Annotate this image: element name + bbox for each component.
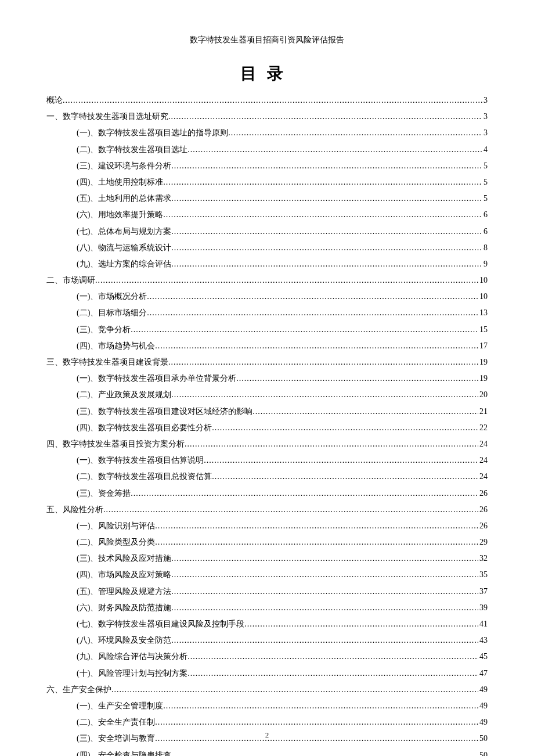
toc-leader-dots [236,372,478,385]
toc-entry[interactable]: 三、数字特技发生器项目建设背景19 [46,356,488,369]
toc-entry[interactable]: (三)、技术风险及应对措施32 [46,552,488,565]
toc-entry-page: 19 [478,372,488,385]
toc-entry[interactable]: (七)、数字特技发生器项目建设风险及控制手段41 [46,618,488,631]
toc-leader-dots [171,225,482,238]
toc-entry-label: 二、市场调研 [46,274,95,287]
toc-leader-dots [147,290,478,303]
toc-entry[interactable]: (一)、数字特技发生器项目估算说明24 [46,454,488,467]
toc-entry[interactable]: (四)、市场趋势与机会17 [46,340,488,352]
toc-leader-dots [228,127,482,139]
toc-leader-dots [204,454,478,467]
toc-entry[interactable]: (八)、环境风险及安全防范43 [46,634,488,647]
toc-leader-dots [171,634,478,647]
toc-entry[interactable]: (六)、财务风险及防范措施39 [46,602,488,614]
toc-entry-page: 15 [478,323,488,336]
toc-entry[interactable]: (一)、数字特技发生器项目承办单位背景分析19 [46,372,488,385]
toc-entry-label: (六)、财务风险及防范措施 [77,602,171,614]
toc-entry[interactable]: (三)、资金筹措26 [46,487,488,500]
toc-leader-dots [111,683,478,696]
toc-leader-dots [171,258,482,271]
document-header: 数字特技发生器项目招商引资风险评估报告 [46,35,488,45]
toc-entry-label: (四)、安全检查与隐患排查 [77,749,171,757]
toc-entry-label: 三、数字特技发生器项目建设背景 [46,356,168,369]
toc-entry-page: 41 [478,618,488,631]
toc-entry-label: (四)、市场风险及应对策略 [77,568,171,581]
toc-leader-dots [171,160,482,172]
toc-entry-label: (二)、数字特技发生器项目总投资估算 [77,470,212,483]
toc-entry-label: 六、生产安全保护 [46,683,111,696]
toc-entry[interactable]: (二)、数字特技发生器项目总投资估算24 [46,470,488,483]
toc-entry[interactable]: 四、数字特技发生器项目投资方案分析24 [46,438,488,451]
toc-entry[interactable]: (四)、土地使用控制标准5 [46,176,488,189]
toc-entry[interactable]: (九)、选址方案的综合评估9 [46,258,488,271]
toc-entry[interactable]: (四)、数字特技发生器项目必要性分析22 [46,422,488,434]
toc-entry-page: 49 [478,683,488,696]
toc-leader-dots [171,192,482,205]
toc-entry[interactable]: 概论3 [46,94,488,107]
toc-entry[interactable]: (十)、风险管理计划与控制方案47 [46,667,488,680]
toc-entry[interactable]: 六、生产安全保护49 [46,683,488,696]
toc-entry-page: 13 [478,307,488,319]
toc-leader-dots [163,700,478,712]
toc-leader-dots [171,568,478,581]
toc-entry[interactable]: (二)、产业政策及发展规划20 [46,388,488,401]
toc-entry-label: (九)、风险综合评估与决策分析 [77,650,187,663]
toc-entry[interactable]: 一、数字特技发生器项目选址研究3 [46,110,488,123]
toc-entry-page: 39 [478,602,488,614]
toc-entry[interactable]: (一)、风险识别与评估26 [46,520,488,532]
toc-entry-label: (二)、安全生产责任制 [77,716,155,729]
toc-entry[interactable]: (三)、建设环境与条件分析5 [46,160,488,172]
toc-entry[interactable]: 二、市场调研10 [46,274,488,287]
toc-entry-page: 6 [482,208,488,221]
toc-leader-dots [252,405,478,418]
toc-entry[interactable]: (三)、竞争分析15 [46,323,488,336]
toc-entry-label: (十)、风险管理计划与控制方案 [77,667,187,680]
toc-entry[interactable]: (五)、土地利用的总体需求5 [46,192,488,205]
toc-leader-dots [168,110,482,123]
toc-leader-dots [187,143,482,156]
toc-entry-label: 四、数字特技发生器项目投资方案分析 [46,438,185,451]
toc-entry[interactable]: (二)、安全生产责任制49 [46,716,488,729]
toc-entry-label: (一)、数字特技发生器项目估算说明 [77,454,204,467]
toc-entry-page: 35 [478,568,488,581]
toc-entry[interactable]: (一)、市场概况分析10 [46,290,488,303]
toc-leader-dots [244,618,478,631]
toc-entry-page: 24 [478,454,488,467]
toc-leader-dots [155,520,478,532]
toc-entry-page: 9 [482,258,488,271]
toc-leader-dots [155,536,478,549]
toc-entry[interactable]: (八)、物流与运输系统设计8 [46,242,488,254]
toc-leader-dots [155,340,478,352]
toc-entry[interactable]: (四)、市场风险及应对策略35 [46,568,488,581]
toc-entry[interactable]: (一)、生产安全管理制度49 [46,700,488,712]
toc-entry[interactable]: (一)、数字特技发生器项目选址的指导原则3 [46,127,488,139]
toc-entry-page: 10 [478,290,488,303]
toc-entry[interactable]: (七)、总体布局与规划方案6 [46,225,488,238]
toc-entry[interactable]: (五)、管理风险及规避方法37 [46,585,488,598]
toc-entry-label: (三)、资金筹措 [77,487,131,500]
toc-entry-page: 29 [478,536,488,549]
toc-entry-label: (三)、数字特技发生器项目建设对区域经济的影响 [77,405,252,418]
toc-entry-page: 4 [482,143,488,156]
toc-leader-dots [163,208,482,221]
toc-entry-label: (一)、风险识别与评估 [77,520,155,532]
toc-entry[interactable]: (二)、风险类型及分类29 [46,536,488,549]
toc-leader-dots [171,242,482,254]
toc-leader-dots [155,716,478,729]
toc-entry[interactable]: (三)、数字特技发生器项目建设对区域经济的影响21 [46,405,488,418]
toc-entry-page: 24 [478,470,488,483]
toc-entry-label: 五、风险性分析 [46,503,103,516]
toc-entry-page: 24 [478,438,488,451]
toc-entry-label: (二)、产业政策及发展规划 [77,388,171,401]
toc-entry[interactable]: (四)、安全检查与隐患排查50 [46,749,488,757]
toc-entry[interactable]: (二)、目标市场细分13 [46,307,488,319]
toc-entry-page: 10 [478,274,488,287]
toc-entry-page: 6 [482,225,488,238]
toc-leader-dots [187,650,478,663]
toc-entry-label: (三)、技术风险及应对措施 [77,552,171,565]
toc-entry[interactable]: (二)、数字特技发生器项目选址4 [46,143,488,156]
toc-entry[interactable]: 五、风险性分析26 [46,503,488,516]
toc-leader-dots [212,422,478,434]
toc-entry[interactable]: (九)、风险综合评估与决策分析45 [46,650,488,663]
toc-entry[interactable]: (六)、用地效率提升策略6 [46,208,488,221]
